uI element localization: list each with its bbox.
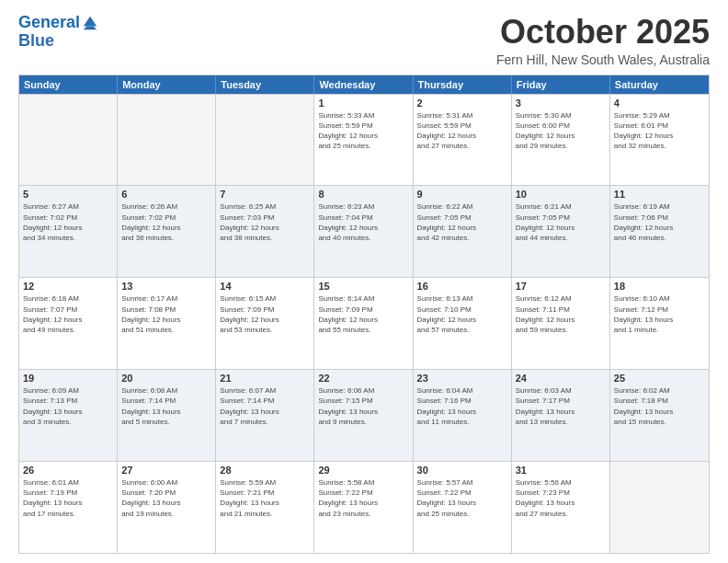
day-info: Sunrise: 5:33 AMSunset: 5:59 PMDaylight:… (318, 110, 408, 152)
day-info: Sunrise: 6:18 AMSunset: 7:07 PMDaylight:… (23, 293, 113, 335)
day-number: 8 (318, 189, 408, 200)
day-cell-15: 15Sunrise: 6:14 AMSunset: 7:09 PMDayligh… (314, 278, 413, 369)
day-cell-7: 7Sunrise: 6:25 AMSunset: 7:03 PMDaylight… (216, 186, 314, 277)
day-cell-17: 17Sunrise: 6:12 AMSunset: 7:11 PMDayligh… (512, 278, 610, 369)
day-number: 25 (614, 373, 705, 384)
day-number: 19 (23, 373, 113, 384)
day-number: 5 (23, 189, 113, 200)
day-cell-5: 5Sunrise: 6:27 AMSunset: 7:02 PMDaylight… (19, 186, 118, 277)
header-day-sunday: Sunday (19, 75, 118, 94)
header-day-thursday: Thursday (414, 75, 512, 94)
empty-cell-0-1 (118, 95, 216, 186)
week-row-4: 19Sunrise: 6:09 AMSunset: 7:13 PMDayligh… (19, 369, 709, 461)
day-cell-26: 26Sunrise: 6:01 AMSunset: 7:19 PMDayligh… (19, 462, 118, 553)
day-info: Sunrise: 6:04 AMSunset: 7:16 PMDaylight:… (417, 385, 507, 427)
day-info: Sunrise: 5:59 AMSunset: 7:21 PMDaylight:… (220, 477, 310, 519)
day-number: 7 (220, 189, 310, 200)
header-day-wednesday: Wednesday (314, 75, 413, 94)
day-number: 12 (23, 281, 113, 292)
day-cell-30: 30Sunrise: 5:57 AMSunset: 7:22 PMDayligh… (414, 462, 512, 553)
day-number: 9 (417, 189, 507, 200)
day-cell-4: 4Sunrise: 5:29 AMSunset: 6:01 PMDaylight… (610, 95, 709, 186)
day-number: 21 (220, 373, 310, 384)
day-cell-11: 11Sunrise: 6:19 AMSunset: 7:06 PMDayligh… (610, 186, 709, 277)
day-number: 13 (121, 281, 211, 292)
logo-general: General (18, 14, 80, 32)
logo-blue: Blue (18, 32, 98, 51)
day-number: 17 (516, 281, 606, 292)
day-info: Sunrise: 6:26 AMSunset: 7:02 PMDaylight:… (121, 201, 211, 243)
day-number: 16 (417, 281, 507, 292)
day-number: 2 (417, 98, 507, 109)
day-number: 10 (516, 189, 606, 200)
empty-cell-0-0 (19, 95, 118, 186)
day-cell-6: 6Sunrise: 6:26 AMSunset: 7:02 PMDaylight… (118, 186, 216, 277)
day-info: Sunrise: 5:57 AMSunset: 7:22 PMDaylight:… (417, 477, 507, 519)
header-day-friday: Friday (512, 75, 610, 94)
logo-icon (82, 15, 98, 31)
header: General Blue October 2025 Fern Hill, New… (18, 14, 710, 67)
day-cell-18: 18Sunrise: 6:10 AMSunset: 7:12 PMDayligh… (610, 278, 709, 369)
day-number: 23 (417, 373, 507, 384)
day-info: Sunrise: 6:12 AMSunset: 7:11 PMDaylight:… (516, 293, 606, 335)
day-info: Sunrise: 6:15 AMSunset: 7:09 PMDaylight:… (220, 293, 310, 335)
day-info: Sunrise: 6:10 AMSunset: 7:12 PMDaylight:… (614, 293, 705, 335)
week-row-5: 26Sunrise: 6:01 AMSunset: 7:19 PMDayligh… (19, 461, 709, 553)
week-row-3: 12Sunrise: 6:18 AMSunset: 7:07 PMDayligh… (19, 277, 709, 369)
day-info: Sunrise: 5:56 AMSunset: 7:23 PMDaylight:… (516, 477, 606, 519)
day-number: 3 (516, 98, 606, 109)
day-cell-10: 10Sunrise: 6:21 AMSunset: 7:05 PMDayligh… (512, 186, 610, 277)
day-cell-20: 20Sunrise: 6:08 AMSunset: 7:14 PMDayligh… (118, 370, 216, 461)
day-info: Sunrise: 6:09 AMSunset: 7:13 PMDaylight:… (23, 385, 113, 427)
day-info: Sunrise: 5:58 AMSunset: 7:22 PMDaylight:… (318, 477, 408, 519)
day-info: Sunrise: 6:00 AMSunset: 7:20 PMDaylight:… (121, 477, 211, 519)
day-info: Sunrise: 6:07 AMSunset: 7:14 PMDaylight:… (220, 385, 310, 427)
day-number: 15 (318, 281, 408, 292)
day-cell-29: 29Sunrise: 5:58 AMSunset: 7:22 PMDayligh… (314, 462, 413, 553)
day-cell-19: 19Sunrise: 6:09 AMSunset: 7:13 PMDayligh… (19, 370, 118, 461)
day-info: Sunrise: 5:30 AMSunset: 6:00 PMDaylight:… (516, 110, 606, 152)
day-info: Sunrise: 6:14 AMSunset: 7:09 PMDaylight:… (318, 293, 408, 335)
svg-marker-1 (84, 26, 97, 29)
day-cell-27: 27Sunrise: 6:00 AMSunset: 7:20 PMDayligh… (118, 462, 216, 553)
day-info: Sunrise: 6:01 AMSunset: 7:19 PMDaylight:… (23, 477, 113, 519)
day-number: 1 (318, 98, 408, 109)
day-info: Sunrise: 5:29 AMSunset: 6:01 PMDaylight:… (614, 110, 705, 152)
day-cell-14: 14Sunrise: 6:15 AMSunset: 7:09 PMDayligh… (216, 278, 314, 369)
day-number: 30 (417, 465, 507, 476)
day-number: 6 (121, 189, 211, 200)
calendar-body: 1Sunrise: 5:33 AMSunset: 5:59 PMDaylight… (19, 94, 709, 553)
day-cell-12: 12Sunrise: 6:18 AMSunset: 7:07 PMDayligh… (19, 278, 118, 369)
day-number: 29 (318, 465, 408, 476)
day-cell-3: 3Sunrise: 5:30 AMSunset: 6:00 PMDaylight… (512, 95, 610, 186)
day-number: 22 (318, 373, 408, 384)
day-cell-16: 16Sunrise: 6:13 AMSunset: 7:10 PMDayligh… (414, 278, 512, 369)
day-cell-23: 23Sunrise: 6:04 AMSunset: 7:16 PMDayligh… (414, 370, 512, 461)
calendar-header: SundayMondayTuesdayWednesdayThursdayFrid… (19, 75, 709, 94)
empty-cell-0-2 (216, 95, 314, 186)
day-cell-24: 24Sunrise: 6:03 AMSunset: 7:17 PMDayligh… (512, 370, 610, 461)
day-number: 14 (220, 281, 310, 292)
day-number: 18 (614, 281, 705, 292)
day-info: Sunrise: 5:31 AMSunset: 5:59 PMDaylight:… (417, 110, 507, 152)
header-day-monday: Monday (118, 75, 216, 94)
week-row-2: 5Sunrise: 6:27 AMSunset: 7:02 PMDaylight… (19, 185, 709, 277)
day-info: Sunrise: 6:03 AMSunset: 7:17 PMDaylight:… (516, 385, 606, 427)
day-number: 28 (220, 465, 310, 476)
day-number: 26 (23, 465, 113, 476)
page: General Blue October 2025 Fern Hill, New… (0, 0, 728, 563)
day-info: Sunrise: 6:06 AMSunset: 7:15 PMDaylight:… (318, 385, 408, 427)
day-number: 4 (614, 98, 705, 109)
header-day-tuesday: Tuesday (216, 75, 314, 94)
day-cell-28: 28Sunrise: 5:59 AMSunset: 7:21 PMDayligh… (216, 462, 314, 553)
day-cell-2: 2Sunrise: 5:31 AMSunset: 5:59 PMDaylight… (414, 95, 512, 186)
day-info: Sunrise: 6:02 AMSunset: 7:18 PMDaylight:… (614, 385, 705, 427)
day-cell-21: 21Sunrise: 6:07 AMSunset: 7:14 PMDayligh… (216, 370, 314, 461)
day-info: Sunrise: 6:08 AMSunset: 7:14 PMDaylight:… (121, 385, 211, 427)
day-cell-8: 8Sunrise: 6:23 AMSunset: 7:04 PMDaylight… (314, 186, 413, 277)
logo: General Blue (18, 14, 98, 51)
week-row-1: 1Sunrise: 5:33 AMSunset: 5:59 PMDaylight… (19, 94, 709, 186)
day-info: Sunrise: 6:23 AMSunset: 7:04 PMDaylight:… (318, 201, 408, 243)
header-day-saturday: Saturday (610, 75, 709, 94)
day-number: 11 (614, 189, 705, 200)
